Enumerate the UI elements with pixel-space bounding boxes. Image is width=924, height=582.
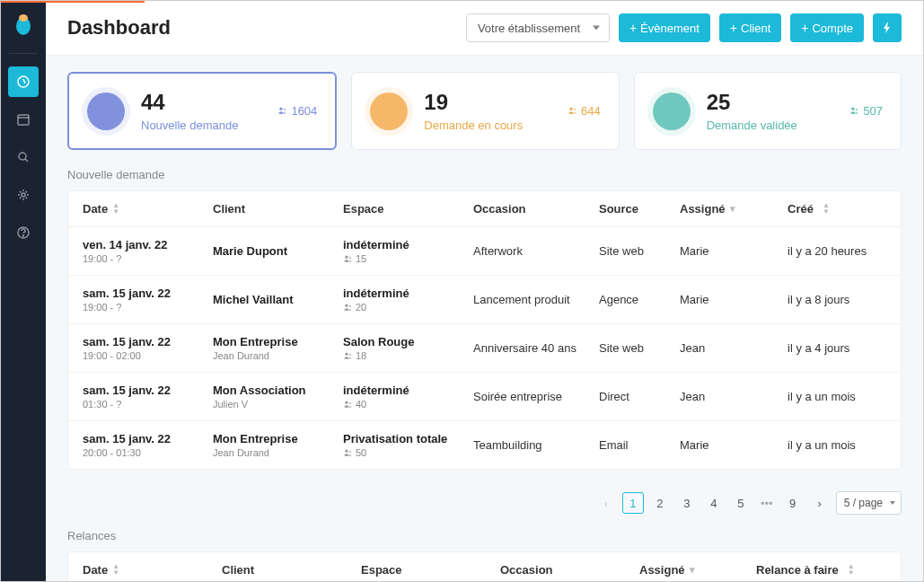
svg-point-1 xyxy=(19,14,28,22)
cell-source: Site web xyxy=(599,244,680,258)
stat-card[interactable]: 25 Demande validée 507 xyxy=(634,72,902,150)
stat-circle-icon xyxy=(653,93,691,130)
stat-number: 44 xyxy=(141,90,261,115)
quick-action-button[interactable] xyxy=(873,13,902,42)
cell-client-sub: Jean Durand xyxy=(213,447,343,458)
add-account-button[interactable]: +Compte xyxy=(790,13,864,42)
page-number[interactable]: 1 xyxy=(622,492,644,514)
stat-label: Demande validée xyxy=(707,119,834,132)
establishment-select[interactable]: Votre établissement xyxy=(466,13,610,42)
svg-point-22 xyxy=(345,401,348,403)
nav-dashboard-icon[interactable] xyxy=(8,66,39,97)
requests-table: Date▲▼ Client Espace Occasion Source Ass… xyxy=(67,190,902,470)
table-row[interactable]: sam. 15 janv. 2220:00 - 01:30 Mon Entrep… xyxy=(68,421,901,469)
cell-assigne: Jean xyxy=(680,390,788,403)
svg-point-5 xyxy=(19,153,26,160)
cell-time: 20:00 - 01:30 xyxy=(83,447,213,458)
th-assigne[interactable]: Assigné▾ xyxy=(639,563,756,577)
page-number[interactable]: 2 xyxy=(649,492,671,514)
cell-assigne: Marie xyxy=(680,293,788,306)
table-row[interactable]: sam. 15 janv. 2219:00 - 02:00 Mon Entrep… xyxy=(68,324,901,373)
th-espace[interactable]: Espace xyxy=(361,563,500,577)
th-date[interactable]: Date▲▼ xyxy=(83,202,213,216)
cell-espace-count: 18 xyxy=(343,350,473,361)
app-logo xyxy=(13,12,34,37)
cell-date: sam. 15 janv. 22 xyxy=(83,335,213,348)
filter-icon[interactable]: ▾ xyxy=(690,564,695,576)
cell-source: Site web xyxy=(599,341,680,355)
cell-source: Email xyxy=(599,438,680,452)
filter-icon[interactable]: ▾ xyxy=(730,203,735,215)
stat-cards: 44 Nouvelle demande 1604 19 Demande en c… xyxy=(67,72,902,150)
svg-point-16 xyxy=(345,255,348,258)
cell-time: 19:00 - ? xyxy=(83,302,213,313)
th-relance[interactable]: Relance à faire▲▼ xyxy=(756,563,886,577)
cell-date: ven. 14 janv. 22 xyxy=(83,238,213,251)
cell-time: 19:00 - ? xyxy=(83,253,213,264)
cell-occasion: Anniversaire 40 ans xyxy=(473,341,599,355)
page-number[interactable]: 4 xyxy=(703,492,725,514)
stat-number: 25 xyxy=(707,90,834,115)
th-client[interactable]: Client xyxy=(213,202,343,216)
th-occasion[interactable]: Occasion xyxy=(500,563,639,577)
nav-help-icon[interactable] xyxy=(8,217,39,248)
add-event-button[interactable]: +Évènement xyxy=(619,13,710,42)
cell-date: sam. 15 janv. 22 xyxy=(83,432,213,445)
th-client[interactable]: Client xyxy=(222,563,361,577)
table-row[interactable]: sam. 15 janv. 2201:30 - ? Mon Associatio… xyxy=(68,373,901,421)
nav-settings-icon[interactable] xyxy=(8,180,39,210)
table-row[interactable]: ven. 14 janv. 2219:00 - ? Marie Dupont i… xyxy=(68,227,901,276)
relances-table: Date▲▼ Client Espace Occasion Assigné▾ R… xyxy=(67,551,902,581)
svg-point-15 xyxy=(856,109,858,110)
th-espace[interactable]: Espace xyxy=(343,202,473,216)
cell-client: Mon Entreprise xyxy=(213,335,343,348)
cell-cree: il y a 20 heures xyxy=(788,244,886,258)
svg-point-17 xyxy=(349,256,351,258)
cell-client: Marie Dupont xyxy=(213,244,343,258)
cell-client: Michel Vaillant xyxy=(213,293,343,306)
cell-client-sub: Jean Durand xyxy=(213,350,343,361)
stat-count: 507 xyxy=(849,104,883,118)
page-number[interactable]: 3 xyxy=(676,492,698,514)
section-title: Nouvelle demande xyxy=(67,168,902,181)
svg-point-19 xyxy=(349,304,351,306)
nav-search-icon[interactable] xyxy=(8,142,39,172)
nav-calendar-icon[interactable] xyxy=(8,104,39,135)
plus-icon: + xyxy=(730,21,737,35)
th-cree[interactable]: Créé▲▼ xyxy=(788,202,886,216)
table-header: Date▲▼ Client Espace Occasion Source Ass… xyxy=(68,191,901,227)
svg-point-18 xyxy=(345,304,348,306)
cell-occasion: Afterwork xyxy=(473,244,599,258)
plus-icon: + xyxy=(629,21,637,35)
th-source[interactable]: Source xyxy=(599,202,680,216)
cell-time: 19:00 - 02:00 xyxy=(83,350,213,361)
table-header: Date▲▼ Client Espace Occasion Assigné▾ R… xyxy=(68,552,901,581)
stat-circle-icon xyxy=(370,93,408,130)
page-last[interactable]: 9 xyxy=(782,492,804,514)
stat-card[interactable]: 19 Demande en cours 644 xyxy=(351,72,619,150)
page-size-select[interactable]: 5 / page xyxy=(836,491,902,515)
cell-cree: il y a un mois xyxy=(788,438,886,452)
th-date[interactable]: Date▲▼ xyxy=(83,563,222,577)
cell-assigne: Marie xyxy=(680,244,788,258)
cell-client-sub: Julien V xyxy=(213,399,343,410)
page-next[interactable]: › xyxy=(809,492,831,514)
page-prev[interactable]: ‹ xyxy=(595,492,617,514)
table-row[interactable]: sam. 15 janv. 2219:00 - ? Michel Vaillan… xyxy=(68,276,901,324)
add-client-button[interactable]: +Client xyxy=(719,13,781,42)
svg-line-6 xyxy=(25,159,28,162)
cell-espace-count: 40 xyxy=(343,399,473,410)
cell-client: Mon Entreprise xyxy=(213,432,343,445)
plus-icon: + xyxy=(801,21,808,35)
page-ellipsis: ••• xyxy=(757,497,777,510)
cell-espace-count: 20 xyxy=(343,302,473,313)
th-occasion[interactable]: Occasion xyxy=(473,202,599,216)
stat-card[interactable]: 44 Nouvelle demande 1604 xyxy=(67,72,337,150)
th-assigne[interactable]: Assigné▾ xyxy=(680,202,788,216)
stat-number: 19 xyxy=(424,90,551,115)
page-number[interactable]: 5 xyxy=(730,492,752,514)
cell-date: sam. 15 janv. 22 xyxy=(83,287,213,300)
svg-point-21 xyxy=(349,353,351,355)
cell-espace: indéterminé xyxy=(343,238,473,251)
svg-rect-3 xyxy=(18,115,29,125)
